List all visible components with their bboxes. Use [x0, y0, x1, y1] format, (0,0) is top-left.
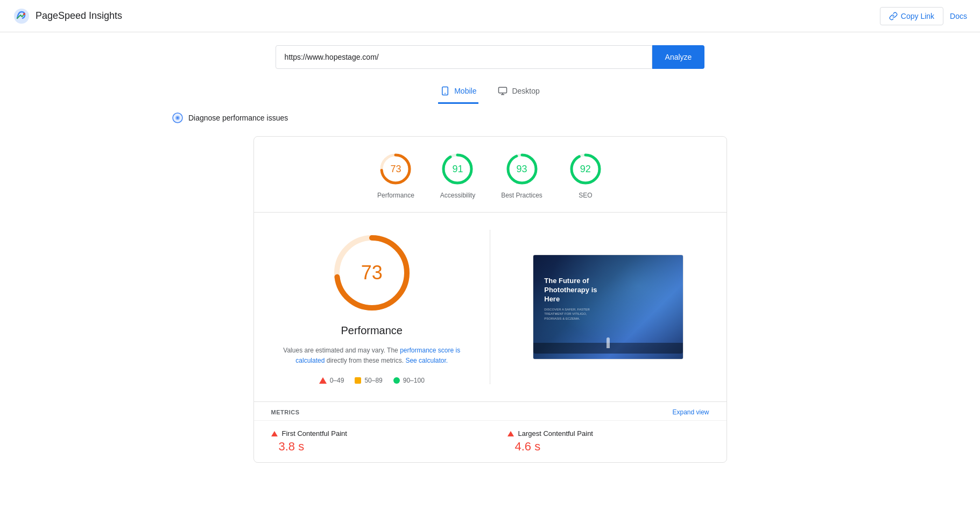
score-value-seo: 92 — [580, 164, 591, 175]
screenshot-subtext: DISCOVER A SAFER, FASTER TREATMENT FOR V… — [544, 307, 598, 321]
score-circle-accessibility: 91 — [440, 152, 475, 186]
metrics-title: METRICS — [271, 409, 300, 415]
legend-orange-icon — [355, 377, 361, 384]
legend-green-label: 90–100 — [403, 377, 425, 384]
tab-desktop-label: Desktop — [512, 87, 539, 95]
score-seo[interactable]: 92 SEO — [568, 152, 603, 199]
svg-rect-4 — [499, 87, 507, 93]
screenshot-section: The Future of Phototherapy is Here DISCO… — [490, 230, 709, 384]
metric-fcp-label-row: First Contentful Paint — [271, 429, 473, 438]
legend-orange-label: 50–89 — [364, 377, 382, 384]
metrics-header: METRICS Expand view — [254, 402, 727, 420]
tabs-section: Mobile Desktop — [0, 77, 980, 104]
score-circle-performance: 73 — [378, 152, 413, 186]
scores-row: 73 Performance 91 Accessibility — [254, 137, 727, 213]
detail-section: 73 Performance Values are estimated and … — [254, 213, 727, 401]
app-header: PageSpeed Insights Copy Link Docs — [0, 0, 980, 32]
pagespeed-logo-icon — [13, 8, 30, 25]
screenshot-text: The Future of Phototherapy is Here DISCO… — [544, 277, 609, 321]
score-value-accessibility: 91 — [452, 164, 463, 175]
metric-fcp-label: First Contentful Paint — [282, 429, 347, 438]
tab-mobile[interactable]: Mobile — [438, 82, 478, 104]
docs-link[interactable]: Docs — [950, 12, 967, 20]
results-card: 73 Performance 91 Accessibility — [253, 136, 727, 463]
metric-lcp-icon — [507, 431, 514, 436]
score-circle-seo: 92 — [568, 152, 603, 186]
diagnose-text: Diagnose performance issues — [188, 114, 288, 122]
score-label-best-practices: Best Practices — [501, 192, 542, 199]
score-label-seo: SEO — [579, 192, 592, 199]
score-label-accessibility: Accessibility — [440, 192, 475, 199]
link-icon — [889, 12, 898, 20]
score-label-performance: Performance — [377, 192, 414, 199]
mobile-icon — [440, 86, 450, 96]
gauge-description: Values are estimated and may vary. The p… — [280, 345, 463, 366]
gauge-title: Performance — [341, 325, 403, 337]
metric-lcp: Largest Contentful Paint 4.6 s — [490, 420, 727, 462]
screenshot-heading: The Future of Phototherapy is Here — [544, 277, 609, 304]
legend-item-green: 90–100 — [393, 377, 425, 384]
score-accessibility[interactable]: 91 Accessibility — [440, 152, 475, 199]
metric-fcp-value: 3.8 s — [279, 440, 473, 454]
url-input[interactable] — [276, 45, 652, 69]
diagnose-icon — [172, 112, 183, 123]
metric-fcp-icon — [271, 431, 278, 436]
score-value-performance: 73 — [390, 164, 401, 175]
legend-red-icon — [319, 377, 327, 384]
score-best-practices[interactable]: 93 Best Practices — [501, 152, 542, 199]
legend-row: 0–49 50–89 90–100 — [319, 377, 425, 384]
header-logo-section: PageSpeed Insights — [13, 8, 122, 25]
diagnose-section: Diagnose performance issues — [0, 104, 980, 132]
metric-lcp-value: 4.6 s — [515, 440, 709, 454]
large-gauge: 73 — [329, 230, 415, 316]
gauge-section: 73 Performance Values are estimated and … — [271, 230, 491, 384]
legend-item-orange: 50–89 — [355, 377, 382, 384]
svg-point-10 — [177, 117, 179, 119]
score-circle-best-practices: 93 — [505, 152, 539, 186]
svg-point-1 — [23, 13, 25, 15]
metric-lcp-label: Largest Contentful Paint — [518, 429, 593, 438]
legend-red-label: 0–49 — [330, 377, 344, 384]
expand-view-link[interactable]: Expand view — [672, 408, 709, 416]
score-value-best-practices: 93 — [517, 164, 527, 175]
tab-desktop[interactable]: Desktop — [496, 82, 541, 104]
score-performance[interactable]: 73 Performance — [377, 152, 414, 199]
legend-item-red: 0–49 — [319, 377, 344, 384]
metric-fcp: First Contentful Paint 3.8 s — [254, 420, 490, 462]
metrics-grid: First Contentful Paint 3.8 s Largest Con… — [254, 420, 727, 462]
app-title: PageSpeed Insights — [36, 10, 122, 22]
analyze-button[interactable]: Analyze — [652, 45, 705, 69]
tab-mobile-label: Mobile — [454, 87, 476, 95]
copy-link-label: Copy Link — [901, 12, 934, 20]
metric-lcp-label-row: Largest Contentful Paint — [507, 429, 709, 438]
search-section: Analyze — [0, 32, 980, 77]
metrics-section: METRICS Expand view First Contentful Pai… — [254, 401, 727, 462]
page-screenshot: The Future of Phototherapy is Here DISCO… — [533, 255, 683, 359]
copy-link-button[interactable]: Copy Link — [880, 7, 943, 25]
header-actions: Copy Link Docs — [880, 7, 967, 25]
desktop-icon — [498, 86, 507, 96]
large-gauge-value: 73 — [361, 262, 383, 284]
screenshot-figure — [607, 337, 610, 348]
legend-green-icon — [393, 377, 400, 384]
see-calculator-link[interactable]: See calculator. — [405, 357, 448, 364]
